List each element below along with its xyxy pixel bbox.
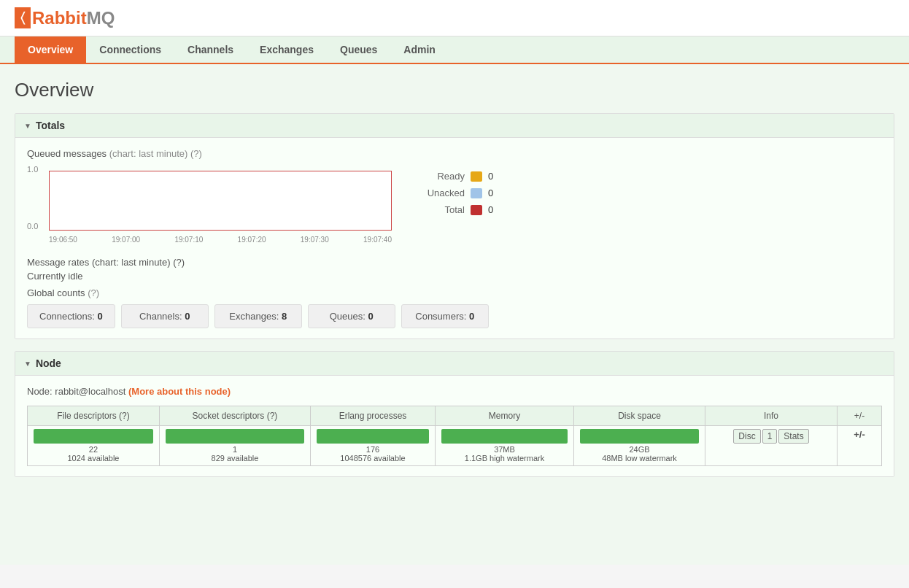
queued-chart: 1.0 0.0 19:06:50 19:07:00 19:07:10 19:07… xyxy=(27,165,392,245)
y-label-top: 1.0 xyxy=(27,165,38,174)
x-label-2: 19:07:00 xyxy=(112,236,140,244)
totals-header: ▼ Totals xyxy=(15,114,894,138)
logo-mq: MQ xyxy=(87,8,115,28)
currently-idle: Currently idle xyxy=(27,271,882,282)
legend-total-color xyxy=(471,205,482,215)
x-label-3: 19:07:10 xyxy=(174,236,203,244)
message-rates-text: Message rates xyxy=(27,257,89,268)
queued-help[interactable]: (?) xyxy=(190,148,202,159)
td-erlang: 176 1048576 available xyxy=(311,426,436,466)
message-rates-help[interactable]: (?) xyxy=(173,257,185,268)
td-socket-desc: 1 829 available xyxy=(159,426,310,466)
info-stats-button[interactable]: Stats xyxy=(778,429,808,444)
nav-connections[interactable]: Connections xyxy=(86,36,174,63)
totals-arrow: ▼ xyxy=(24,122,31,130)
count-consumers: Consumers: 0 xyxy=(401,304,489,328)
socket-desc-bar xyxy=(166,429,304,444)
node-label-text: Node: xyxy=(27,386,53,397)
channels-value: 0 xyxy=(185,311,190,322)
connections-label: Connections: xyxy=(39,311,98,322)
info-1-button[interactable]: 1 xyxy=(762,429,778,444)
count-exchanges: Exchanges: 8 xyxy=(214,304,302,328)
totals-body: Queued messages (chart: last minute) (?)… xyxy=(15,138,894,339)
socket-desc-sub: 829 available xyxy=(166,454,304,463)
queued-text: Queued messages xyxy=(27,148,107,159)
chart-and-legend: 1.0 0.0 19:06:50 19:07:00 19:07:10 19:07… xyxy=(27,165,882,245)
connections-value: 0 xyxy=(98,311,103,322)
logo-rabbit: Rabbit xyxy=(32,8,87,28)
count-connections: Connections: 0 xyxy=(27,304,115,328)
td-disk: 24GB 48MB low watermark xyxy=(574,426,705,466)
message-rates-chart-info: (chart: last minute) xyxy=(92,257,171,268)
node-name: rabbit@localhost xyxy=(55,386,125,397)
disk-sub: 48MB low watermark xyxy=(580,454,699,463)
legend-unacked-label: Unacked xyxy=(414,187,465,198)
th-memory: Memory xyxy=(435,406,573,426)
node-title: Node xyxy=(36,357,61,369)
nav-admin[interactable]: Admin xyxy=(390,36,449,63)
node-info-line: Node: rabbit@localhost (More about this … xyxy=(27,386,882,397)
queued-label: Queued messages (chart: last minute) (?) xyxy=(27,148,882,159)
header: 〈 RabbitMQ xyxy=(0,0,909,36)
file-desc-bar xyxy=(34,429,153,444)
chart-info: (chart: last minute) xyxy=(109,148,188,159)
global-counts-text: Global counts xyxy=(27,287,85,298)
message-rates-wrapper: Message rates (chart: last minute) (?) C… xyxy=(27,257,882,282)
legend-unacked-color xyxy=(471,188,482,198)
logo-text: RabbitMQ xyxy=(32,8,115,28)
nav-queues[interactable]: Queues xyxy=(327,36,390,63)
x-label-5: 19:07:30 xyxy=(301,236,329,244)
totals-section: ▼ Totals Queued messages (chart: last mi… xyxy=(15,113,894,339)
exchanges-label: Exchanges: xyxy=(229,311,282,322)
legend-ready: Ready 0 xyxy=(414,171,493,182)
consumers-label: Consumers: xyxy=(415,311,469,322)
th-disk: Disk space xyxy=(574,406,705,426)
erlang-value: 176 xyxy=(317,445,429,454)
legend-unacked: Unacked 0 xyxy=(414,187,493,198)
count-channels: Channels: 0 xyxy=(121,304,209,328)
chart-legend: Ready 0 Unacked 0 Total 0 xyxy=(414,171,493,215)
totals-title: Totals xyxy=(36,120,65,131)
legend-unacked-value: 0 xyxy=(488,187,493,198)
node-table: File descriptors (?) Socket descriptors … xyxy=(27,406,882,466)
node-arrow: ▼ xyxy=(24,360,31,368)
node-table-row: 22 1024 available 1 829 available 176 10… xyxy=(28,426,882,466)
memory-value: 37MB xyxy=(441,445,568,454)
info-disc-button[interactable]: Disc xyxy=(733,429,760,444)
memory-sub: 1.1GB high watermark xyxy=(441,454,568,463)
page-title: Overview xyxy=(15,79,894,101)
plus-minus-control[interactable]: +/- xyxy=(851,426,868,443)
more-about-node-link[interactable]: (More about this node) xyxy=(128,386,231,397)
x-label-6: 19:07:40 xyxy=(363,236,392,244)
nav-exchanges[interactable]: Exchanges xyxy=(247,36,327,63)
count-queues: Queues: 0 xyxy=(308,304,395,328)
x-label-1: 19:06:50 xyxy=(49,236,77,244)
file-desc-value: 22 xyxy=(34,445,153,454)
message-rates-label: Message rates (chart: last minute) (?) xyxy=(27,257,882,268)
legend-ready-value: 0 xyxy=(488,171,493,182)
channels-label: Channels: xyxy=(139,311,185,322)
td-plus-minus: +/- xyxy=(838,426,882,466)
legend-ready-label: Ready xyxy=(414,171,465,182)
global-counts-label: Global counts (?) xyxy=(27,287,882,298)
consumers-value: 0 xyxy=(469,311,474,322)
node-header: ▼ Node xyxy=(15,352,894,376)
th-plus-minus: +/- xyxy=(838,406,882,426)
legend-total-value: 0 xyxy=(488,204,493,215)
queues-value: 0 xyxy=(368,311,374,322)
main-nav: Overview Connections Channels Exchanges … xyxy=(0,36,909,64)
legend-total-label: Total xyxy=(414,204,465,215)
logo: 〈 RabbitMQ xyxy=(15,7,894,28)
global-counts-help[interactable]: (?) xyxy=(88,287,99,298)
nav-overview[interactable]: Overview xyxy=(15,36,86,63)
x-label-4: 19:07:20 xyxy=(238,236,266,244)
node-body: Node: rabbit@localhost (More about this … xyxy=(15,376,894,476)
chart-area xyxy=(49,171,392,231)
file-desc-sub: 1024 available xyxy=(34,454,153,463)
erlang-sub: 1048576 available xyxy=(317,454,429,463)
node-section: ▼ Node Node: rabbit@localhost (More abou… xyxy=(15,351,894,477)
legend-ready-color xyxy=(471,171,482,182)
nav-channels[interactable]: Channels xyxy=(174,36,247,63)
count-boxes: Connections: 0 Channels: 0 Exchanges: 8 … xyxy=(27,304,882,328)
td-memory: 37MB 1.1GB high watermark xyxy=(435,426,573,466)
